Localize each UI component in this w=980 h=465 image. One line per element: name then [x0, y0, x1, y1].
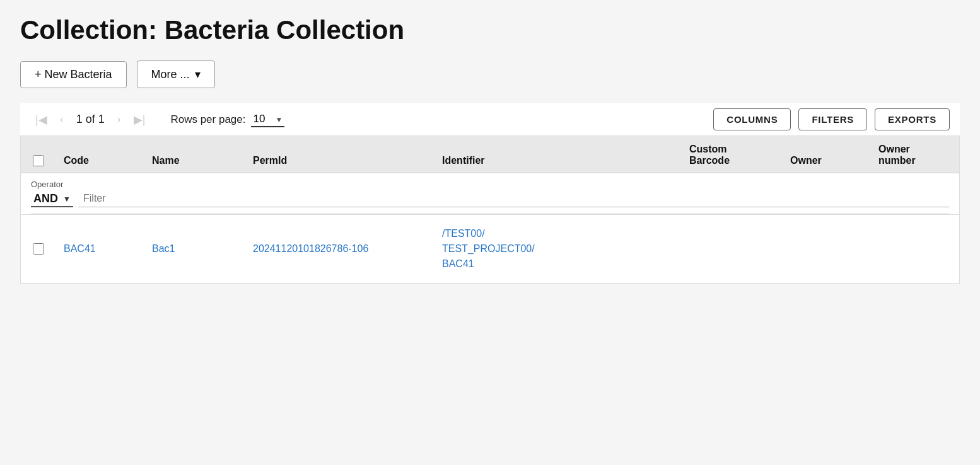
- rows-per-page-select[interactable]: 10 25 50 100: [251, 112, 284, 127]
- last-page-button[interactable]: ▶|: [129, 110, 151, 129]
- table-row: BAC41 Bac1 20241120101826786-106 /TEST00…: [21, 215, 959, 284]
- header-owner: Owner: [783, 155, 871, 166]
- table-controls: COLUMNS FILTERS EXPORTS: [713, 108, 950, 130]
- chevron-down-icon: ▾: [195, 67, 201, 81]
- header-permid: PermId: [245, 155, 435, 166]
- header-custom-barcode: CustomBarcode: [682, 144, 783, 166]
- header-code: Code: [56, 155, 144, 166]
- row-permid[interactable]: 20241120101826786-106: [245, 243, 435, 255]
- page-info: 1 of 1: [76, 113, 105, 126]
- filters-button[interactable]: FILTERS: [798, 108, 867, 130]
- prev-page-button[interactable]: ‹: [55, 110, 69, 129]
- next-page-button[interactable]: ›: [112, 110, 126, 129]
- first-page-button[interactable]: |◀: [30, 110, 52, 129]
- new-bacteria-button[interactable]: + New Bacteria: [20, 61, 127, 88]
- row-identifier[interactable]: /TEST00/TEST_PROJECT00/BAC41: [435, 226, 682, 272]
- operator-select[interactable]: AND OR: [31, 191, 73, 207]
- row-checkbox-cell: [21, 243, 56, 255]
- header-name: Name: [144, 155, 245, 166]
- rows-per-page-section: Rows per page: 10 25 50 100: [170, 112, 284, 127]
- rows-per-page-wrapper: 10 25 50 100: [251, 112, 284, 127]
- pagination-bar: |◀ ‹ 1 of 1 › ▶| Rows per page: 10 25 50…: [20, 103, 960, 135]
- table-wrapper: Code Name PermId Identifier CustomBarcod…: [20, 135, 960, 284]
- filter-input[interactable]: [78, 190, 949, 207]
- more-button[interactable]: More ... ▾: [137, 60, 215, 88]
- filter-row: Operator AND OR: [21, 173, 959, 215]
- page-title: Collection: Bacteria Collection: [20, 15, 960, 45]
- table-header: Code Name PermId Identifier CustomBarcod…: [21, 136, 959, 173]
- operator-label: Operator: [31, 180, 949, 189]
- exports-button[interactable]: EXPORTS: [875, 108, 950, 130]
- more-label: More ...: [151, 68, 190, 81]
- page-container: Collection: Bacteria Collection + New Ba…: [0, 0, 980, 465]
- operator-row: AND OR: [31, 190, 949, 214]
- columns-button[interactable]: COLUMNS: [713, 108, 791, 130]
- row-name[interactable]: Bac1: [144, 243, 245, 255]
- header-identifier: Identifier: [435, 155, 682, 166]
- select-all-checkbox[interactable]: [33, 155, 44, 166]
- row-code[interactable]: BAC41: [56, 243, 144, 255]
- row-checkbox[interactable]: [33, 243, 44, 255]
- pagination-controls: |◀ ‹ 1 of 1 › ▶|: [30, 110, 150, 129]
- header-checkbox-cell: [21, 155, 56, 166]
- operator-select-wrapper: AND OR: [31, 191, 73, 207]
- header-owner-number: Ownernumber: [871, 144, 959, 166]
- rows-per-page-label: Rows per page:: [170, 113, 245, 126]
- toolbar: + New Bacteria More ... ▾: [20, 60, 960, 88]
